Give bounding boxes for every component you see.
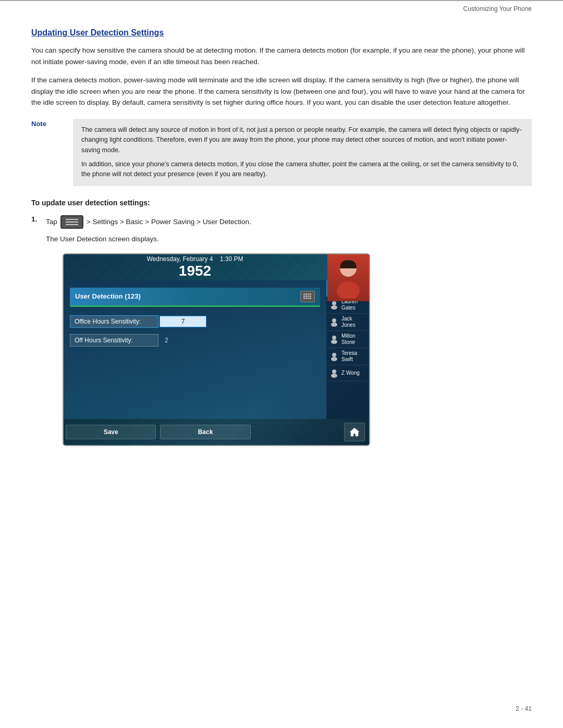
svg-rect-12 (310, 295, 311, 297)
menu-button-icon (60, 215, 83, 229)
save-button[interactable]: Save (66, 425, 156, 439)
breadcrumb: Customizing Your Phone (463, 5, 532, 13)
svg-rect-7 (308, 293, 309, 295)
phone-time: 1:30 PM (220, 255, 243, 263)
svg-rect-16 (310, 298, 311, 299)
main-content: Updating User Detection Settings You can… (0, 13, 563, 493)
body-para-2: If the camera detects motion, power-savi… (31, 75, 532, 108)
phone-extension: 1952 (179, 263, 211, 279)
contact-teresa-swift[interactable]: Teresa Swift (326, 348, 369, 365)
contact-name-milton: Milton Stone (341, 333, 367, 346)
contact-icon-teresa (328, 351, 340, 362)
phone-top-bar: Wednesday, February 4 1:30 PM 1952 (64, 254, 369, 280)
office-hours-field: Office Hours Sensitivity: 7 (70, 315, 320, 328)
contact-icon-zwong (328, 367, 340, 379)
svg-rect-10 (305, 295, 307, 297)
phone-date: Wednesday, February 4 (146, 255, 213, 263)
svg-marker-29 (350, 428, 359, 436)
svg-rect-11 (308, 295, 309, 297)
contact-name-zwong: Z Wong (341, 370, 360, 376)
section-title: Updating User Detection Settings (31, 28, 532, 38)
svg-point-21 (332, 318, 336, 323)
off-hours-field: Off Hours Sensitivity: 2 (70, 334, 320, 347)
step-1: 1. Tap > Settings > Basic > Power Saving… (31, 215, 532, 229)
user-detection-bar: User Detection (123) (70, 288, 320, 307)
svg-rect-2 (66, 224, 78, 225)
user-detection-label: User Detection (123) (75, 292, 141, 300)
back-button[interactable]: Back (160, 425, 250, 439)
svg-rect-15 (308, 298, 309, 299)
step-text-before: Tap (46, 216, 57, 228)
step-content: Tap > Settings > Basic > Power Saving > … (46, 215, 251, 229)
svg-point-23 (332, 336, 336, 340)
svg-point-24 (331, 340, 337, 344)
note-para-1: The camera will detect any source of mot… (81, 125, 523, 155)
svg-rect-6 (305, 293, 307, 295)
svg-point-4 (337, 281, 360, 299)
svg-point-22 (331, 323, 337, 327)
office-hours-label: Office Hours Sensitivity: (70, 315, 158, 328)
home-button[interactable] (344, 423, 365, 441)
step-text-after: > Settings > Basic > Power Saving > User… (87, 216, 251, 228)
note-box: The camera will detect any source of mot… (73, 119, 532, 186)
note-container: Note The camera will detect any source o… (31, 119, 532, 186)
svg-rect-9 (303, 295, 305, 297)
office-hours-input[interactable]: 7 (160, 316, 206, 327)
svg-rect-0 (66, 219, 78, 220)
svg-point-19 (332, 301, 336, 305)
svg-point-26 (331, 357, 337, 361)
svg-point-20 (331, 305, 337, 310)
step-number: 1. (31, 215, 46, 223)
contact-jack-jones[interactable]: Jack Jones (326, 314, 369, 331)
phone-bottom-bar: Save Back (64, 419, 369, 445)
svg-point-25 (332, 353, 336, 357)
off-hours-value: 2 (165, 337, 168, 344)
contact-z-wong[interactable]: Z Wong (326, 365, 369, 381)
photo-placeholder (327, 254, 369, 301)
body-para-1: You can specify how sensitive the camera… (31, 45, 532, 67)
svg-rect-8 (310, 293, 311, 295)
grid-icon[interactable] (300, 291, 315, 302)
svg-point-27 (332, 369, 336, 374)
procedure-heading: To update user detection settings: (31, 199, 532, 207)
page-header: Customizing Your Phone (0, 0, 563, 13)
svg-rect-5 (303, 293, 305, 295)
note-label: Note (31, 119, 73, 186)
phone-date-time: Wednesday, February 4 1:30 PM (146, 255, 243, 263)
step-note: The User Detection screen displays. (46, 235, 532, 243)
page-footer: 2 - 41 (516, 705, 532, 712)
svg-rect-13 (303, 298, 305, 299)
svg-rect-14 (305, 298, 307, 299)
phone-main: User Detection (123) (64, 280, 326, 419)
phone-screenshot: Wednesday, February 4 1:30 PM 1952 (63, 253, 370, 446)
page-number: 2 - 41 (516, 705, 532, 712)
contact-name-teresa: Teresa Swift (341, 350, 367, 363)
note-para-2: In addition, since your phone's camera d… (81, 159, 523, 180)
contact-name-jack: Jack Jones (341, 316, 367, 328)
contact-icon-milton (328, 334, 340, 345)
off-hours-label: Off Hours Sensitivity: (70, 334, 158, 347)
svg-point-28 (331, 374, 337, 378)
contact-milton-stone[interactable]: Milton Stone (326, 331, 369, 348)
phone-profile-photo (327, 254, 369, 301)
svg-rect-1 (66, 221, 78, 223)
contact-icon-jack (328, 316, 340, 328)
